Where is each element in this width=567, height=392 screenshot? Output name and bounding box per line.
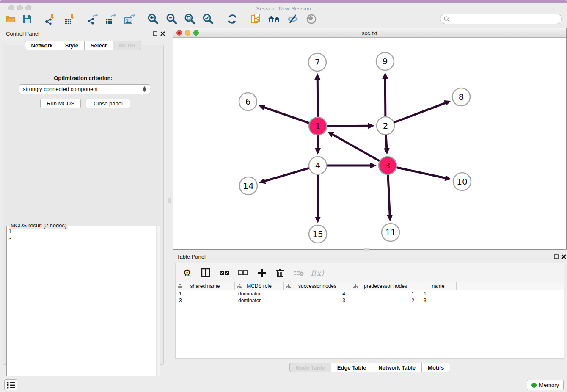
toolbar-separator [220, 13, 220, 25]
tab-node-table[interactable]: Node Table [289, 363, 331, 372]
search-input[interactable] [450, 16, 561, 22]
cell-shared-name[interactable]: 1 [176, 290, 235, 297]
save-session-button[interactable] [19, 12, 35, 26]
edge-3-1[interactable] [332, 134, 380, 162]
tab-edge-table[interactable]: Edge Table [331, 363, 372, 372]
edge-3-10[interactable] [396, 167, 446, 178]
edge-2-3[interactable] [386, 134, 387, 149]
cell-name[interactable]: 3 [420, 297, 457, 304]
optimization-dropdown[interactable]: strongly connected component [19, 84, 150, 94]
cell-predecessor-nodes[interactable]: 1 [351, 290, 420, 297]
network-canvas[interactable]: 1234678910111415 [173, 38, 566, 249]
cell-successor-nodes[interactable]: 3 [284, 297, 351, 304]
cell-shared-name[interactable]: 3 [176, 297, 235, 304]
search-box[interactable] [440, 14, 562, 24]
cell-name[interactable]: 1 [420, 290, 457, 297]
table-panel: Table Panel ⚙ [173, 252, 567, 376]
function-builder-button[interactable]: f(x) [311, 266, 324, 279]
table-row[interactable]: 1dominator411 [176, 290, 564, 297]
task-history-button[interactable] [4, 379, 17, 390]
edge-2-8[interactable] [393, 103, 446, 123]
hide-selected-button[interactable] [285, 12, 300, 26]
column-header-predecessor-nodes[interactable]: predecessor nodes [351, 282, 420, 290]
table-settings-button[interactable]: ⚙ [181, 266, 193, 279]
delete-table-button[interactable] [292, 266, 305, 279]
tab-motifs[interactable]: Motifs [422, 363, 450, 372]
node-label-1: 1 [315, 121, 321, 131]
table-row[interactable]: 3dominator323 [176, 297, 564, 304]
horizontal-splitter-grip[interactable] [364, 248, 369, 251]
app-titlebar: Session: New Session [0, 3, 567, 10]
node-label-6: 6 [245, 97, 251, 107]
arrowhead-1-6 [259, 105, 265, 110]
zoom-fit-button[interactable] [182, 12, 198, 26]
column-header-name[interactable]: name [420, 282, 457, 290]
column-header-shared-name[interactable]: shared name [176, 282, 235, 290]
zoom-selected-button[interactable] [201, 12, 216, 26]
tab-network-table[interactable]: Network Table [372, 363, 422, 372]
edge-1-2[interactable] [326, 126, 369, 126]
edge-4-14[interactable] [264, 168, 310, 181]
tab-network[interactable]: Network [25, 41, 59, 50]
close-panel-icon[interactable] [159, 30, 166, 37]
clone-network-button[interactable] [249, 12, 264, 26]
list-icon [7, 381, 15, 389]
arrowhead-3-11 [387, 215, 393, 221]
cell-successor-nodes[interactable]: 4 [284, 290, 351, 297]
cell-MCDS-role[interactable]: dominator [235, 297, 284, 304]
refresh-icon [226, 13, 238, 25]
delete-table-icon [294, 269, 304, 276]
node-label-8: 8 [459, 92, 464, 102]
column-header-successor-nodes[interactable]: successor nodes [284, 282, 351, 290]
cell-MCDS-role[interactable]: dominator [235, 290, 284, 297]
show-columns-button[interactable] [199, 266, 212, 279]
tab-style[interactable]: Style [59, 41, 85, 50]
run-mcds-button[interactable]: Run MCDS [40, 99, 81, 108]
memory-button[interactable]: Memory [527, 380, 564, 390]
export-network-button[interactable] [85, 12, 100, 26]
checked-boxes-icon [219, 270, 229, 275]
search-icon [443, 16, 450, 22]
column-label: successor nodes [298, 283, 336, 289]
import-network-button[interactable] [42, 12, 58, 26]
deselect-all-button[interactable] [237, 266, 249, 279]
edge-1-6[interactable] [264, 107, 310, 124]
zoom-out-button[interactable] [164, 12, 179, 26]
control-panel-tabs: NetworkStyleSelectMCDS [3, 41, 163, 50]
network-window: ✕ − + scc.txt 1234678910111415 [173, 28, 567, 250]
export-table-button[interactable] [103, 12, 118, 26]
export-image-button[interactable] [122, 12, 137, 26]
network-titlebar[interactable]: ✕ − + scc.txt [173, 28, 566, 38]
mcds-result-text[interactable]: 1 3 [8, 228, 155, 384]
zoom-in-button[interactable] [146, 12, 161, 26]
tab-mcds[interactable]: MCDS [113, 41, 141, 50]
import-table-button[interactable] [62, 12, 77, 26]
edge-1-7[interactable] [317, 79, 318, 118]
edge-3-11[interactable] [388, 174, 390, 216]
column-label: shared name [190, 283, 220, 289]
column-label: name [432, 283, 444, 289]
close-panel-button[interactable]: Close panel [86, 99, 130, 108]
delete-column-button[interactable] [274, 266, 286, 279]
show-all-button[interactable] [304, 12, 319, 26]
refresh-layout-button[interactable] [225, 12, 240, 26]
network-title: scc.txt [173, 30, 566, 36]
column-header-MCDS-role[interactable]: MCDS role [235, 282, 284, 290]
select-all-button[interactable] [218, 266, 231, 279]
vertical-splitter-grip[interactable] [168, 198, 171, 203]
cell-predecessor-nodes[interactable]: 2 [351, 297, 420, 304]
hierarchy-icon [286, 284, 291, 289]
fx-icon: f(x) [311, 268, 324, 277]
first-neighbors-button[interactable] [267, 12, 282, 26]
arrowhead-4-14 [259, 178, 266, 184]
hierarchy-icon [353, 284, 358, 289]
float-table-panel-icon[interactable] [553, 253, 559, 260]
dropdown-stepper-icon [143, 86, 146, 92]
close-table-panel-icon[interactable] [560, 253, 567, 260]
open-session-button[interactable] [3, 12, 18, 26]
tab-select[interactable]: Select [85, 41, 113, 50]
edge-2-9[interactable] [385, 78, 385, 118]
float-panel-icon[interactable] [151, 30, 158, 37]
result-scrollbar[interactable] [156, 226, 160, 385]
add-column-button[interactable] [255, 266, 268, 279]
